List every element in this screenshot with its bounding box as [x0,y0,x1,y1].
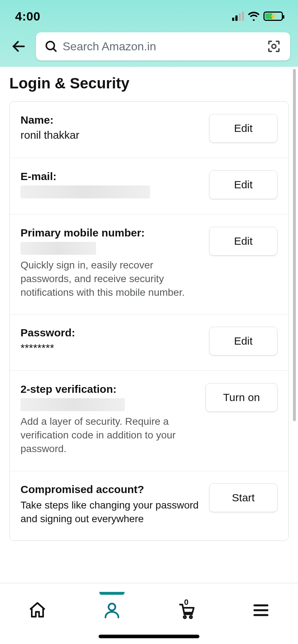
row-password-value: ******** [21,342,202,354]
row-mobile-value-redacted [21,242,96,255]
turn-on-twostep-button[interactable]: Turn on [206,383,277,412]
row-name-label: Name: [21,114,202,126]
home-indicator [99,635,199,638]
bottom-nav: 0 [0,583,298,644]
search-input[interactable] [63,40,266,53]
row-mobile-label: Primary mobile number: [21,227,202,239]
search-icon [45,40,58,53]
svg-line-2 [53,49,56,51]
svg-point-5 [184,616,186,618]
row-compromised-desc: Take steps like changing your password a… [21,498,202,526]
svg-point-3 [272,44,276,48]
row-twostep-desc: Add a layer of security. Require a verif… [21,415,198,455]
home-icon [28,601,47,620]
row-mobile-desc: Quickly sign in, easily recover password… [21,258,202,299]
svg-point-4 [108,603,115,610]
edit-name-button[interactable]: Edit [209,114,277,143]
image-search-button[interactable] [266,39,281,54]
edit-email-button[interactable]: Edit [209,170,277,199]
row-email-label: E-mail: [21,170,202,183]
search-box[interactable] [36,32,290,60]
row-password-label: Password: [21,327,202,339]
menu-icon [251,601,271,620]
row-twostep-value-redacted [21,398,125,411]
nav-cart[interactable]: 0 [170,594,203,626]
user-icon [102,601,122,620]
back-button[interactable] [8,36,30,57]
settings-card: Name: ronil thakkar Edit E-mail: Edit Pr… [9,101,289,541]
row-email: E-mail: Edit [10,158,288,215]
cart-count: 0 [184,598,189,607]
battery-icon: ⚡ [263,12,283,21]
search-row [0,32,298,60]
lens-icon [266,39,281,54]
wifi-icon [248,12,260,21]
active-indicator [99,592,125,595]
row-compromised: Compromised account? Take steps like cha… [10,471,288,541]
status-indicators: ⚡ [232,12,283,21]
page-title: Login & Security [0,67,298,101]
row-password: Password: ******** Edit [10,314,288,371]
nav-account[interactable] [96,594,128,626]
nav-home[interactable] [21,594,54,626]
svg-point-6 [190,616,192,618]
edit-mobile-button[interactable]: Edit [209,227,277,256]
status-time: 4:00 [15,9,40,23]
cellular-icon [232,12,244,21]
row-compromised-label: Compromised account? [21,483,202,496]
row-email-value-redacted [21,185,150,198]
row-name: Name: ronil thakkar Edit [10,102,288,158]
row-mobile: Primary mobile number: Quickly sign in, … [10,215,288,314]
start-compromised-button[interactable]: Start [209,483,277,512]
content-scroll[interactable]: Login & Security Name: ronil thakkar Edi… [0,67,298,583]
row-twostep: 2-step verification: Add a layer of secu… [10,371,288,471]
scrollbar[interactable] [293,69,296,421]
row-name-value: ronil thakkar [21,129,202,141]
edit-password-button[interactable]: Edit [209,327,277,355]
status-bar: 4:00 ⚡ [0,0,298,32]
header: 4:00 ⚡ [0,0,298,67]
row-twostep-label: 2-step verification: [21,383,198,395]
nav-menu[interactable] [245,594,277,626]
